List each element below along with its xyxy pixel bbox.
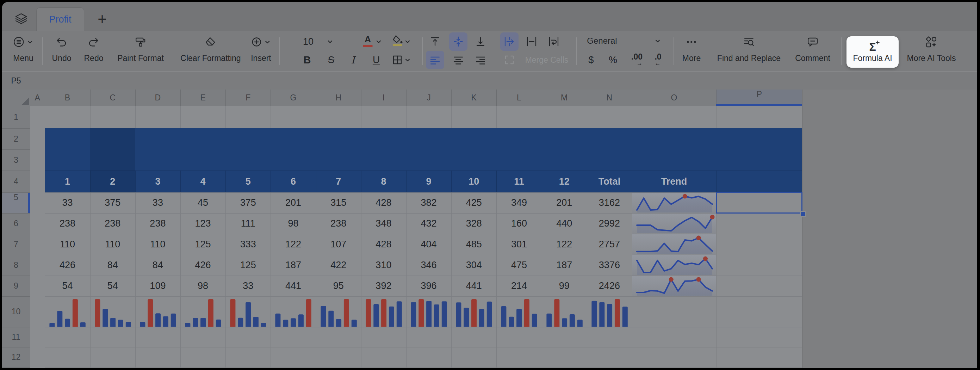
fill-handle[interactable] (800, 211, 806, 217)
row-header-2[interactable]: 2 (2, 128, 30, 150)
comment-button[interactable]: Comment (795, 31, 830, 72)
minichart-cell-L10[interactable] (497, 297, 541, 327)
column-header-I[interactable]: I (361, 89, 406, 106)
cell-I6[interactable]: 348 (361, 213, 406, 234)
cell-B6[interactable]: 238 (45, 213, 90, 234)
font-size-value[interactable]: 10 (303, 36, 313, 47)
text-overflow-button[interactable] (503, 36, 515, 47)
cell-E5[interactable]: 45 (180, 192, 226, 213)
cell-N8[interactable]: 3376 (587, 255, 632, 276)
cell-N5[interactable]: 3162 (587, 192, 632, 213)
column-header-M[interactable]: M (542, 89, 587, 106)
column-header-C[interactable]: C (90, 89, 135, 106)
row-header-9[interactable]: 9 (2, 276, 30, 297)
cell-D6[interactable]: 238 (135, 213, 180, 234)
column-header-G[interactable]: G (270, 89, 316, 106)
cell-N9[interactable]: 2426 (587, 276, 632, 297)
cell-B8[interactable]: 426 (45, 255, 90, 276)
cell-C7[interactable]: 110 (90, 234, 135, 255)
cell-K7[interactable]: 485 (451, 234, 496, 255)
cell-J5[interactable]: 382 (406, 192, 451, 213)
undo-button[interactable]: Undo (52, 31, 72, 72)
minichart-cell-N10[interactable] (587, 297, 632, 327)
italic-button[interactable]: I (351, 54, 355, 66)
row-header-8[interactable]: 8 (2, 255, 30, 276)
column-header-H[interactable]: H (316, 89, 361, 106)
cell-F8[interactable]: 125 (226, 255, 270, 276)
cell-L9[interactable]: 214 (496, 276, 541, 297)
row-header-11[interactable]: 11 (2, 327, 30, 347)
column-header-P-selected[interactable]: P (716, 89, 802, 106)
minichart-cell-D10[interactable] (135, 297, 180, 327)
row-header-7[interactable]: 7 (2, 234, 30, 255)
cell-J8[interactable]: 346 (406, 255, 451, 276)
text-truncate-button[interactable] (526, 36, 538, 47)
valign-top-button[interactable] (430, 36, 441, 47)
selected-cell-P5[interactable] (716, 192, 802, 214)
select-all-triangle[interactable] (21, 97, 29, 105)
cell-L6[interactable]: 160 (496, 213, 541, 234)
cell-K8[interactable]: 304 (451, 255, 496, 276)
strikethrough-button[interactable]: S (328, 54, 335, 65)
sheet-list-button[interactable] (15, 13, 27, 27)
cell-M5[interactable]: 201 (542, 192, 587, 213)
cell-K9[interactable]: 441 (451, 276, 496, 297)
row-header-3[interactable]: 3 (2, 150, 30, 171)
cell-C9[interactable]: 54 (90, 276, 135, 297)
valign-middle-button[interactable] (453, 36, 464, 47)
halign-center-button[interactable] (453, 54, 464, 65)
cell-H5[interactable]: 315 (316, 192, 361, 213)
minichart-cell-H10[interactable] (317, 297, 361, 327)
cell-H9[interactable]: 95 (316, 276, 361, 297)
row-header-1[interactable]: 1 (2, 106, 30, 128)
cell-I5[interactable]: 428 (361, 192, 406, 213)
cell-G6[interactable]: 98 (270, 213, 316, 234)
number-format-dropdown[interactable] (655, 38, 660, 43)
cell-I8[interactable]: 310 (361, 255, 406, 276)
valign-bottom-button[interactable] (475, 36, 486, 47)
minichart-cell-J10[interactable] (407, 297, 451, 327)
cell-C6[interactable]: 238 (90, 213, 135, 234)
clear-formatting-button[interactable]: Clear Formatting (180, 31, 240, 72)
column-header-K[interactable]: K (451, 89, 496, 106)
more-button[interactable]: More (682, 31, 701, 72)
cell-G8[interactable]: 187 (270, 255, 316, 276)
cell-C5[interactable]: 375 (90, 192, 135, 213)
borders-button[interactable] (392, 54, 403, 65)
cell-M8[interactable]: 187 (542, 255, 587, 276)
column-header-A[interactable]: A (30, 89, 45, 106)
merge-cells-button[interactable] (503, 54, 515, 65)
cell-E8[interactable]: 426 (180, 255, 226, 276)
minichart-cell-E10[interactable] (181, 297, 226, 327)
row-header-12[interactable]: 12 (2, 347, 30, 367)
paint-format-button[interactable]: Paint Format (117, 31, 164, 72)
cell-E6[interactable]: 123 (180, 213, 226, 234)
more-ai-tools-button[interactable]: More AI Tools (907, 31, 956, 72)
cell-G9[interactable]: 441 (270, 276, 316, 297)
cell-J7[interactable]: 404 (406, 234, 451, 255)
cell-M9[interactable]: 99 (542, 276, 587, 297)
cell-G5[interactable]: 201 (270, 192, 316, 213)
cell-J6[interactable]: 432 (406, 213, 451, 234)
row-header-4[interactable]: 4 (2, 171, 30, 192)
cell-D8[interactable]: 84 (135, 255, 180, 276)
cell-C8[interactable]: 84 (90, 255, 135, 276)
halign-right-button[interactable] (475, 54, 486, 65)
currency-format-button[interactable]: $ (588, 54, 593, 65)
sparkline-cell-O5[interactable] (632, 193, 716, 213)
cell-D5[interactable]: 33 (135, 192, 180, 213)
minichart-cell-C10[interactable] (91, 297, 135, 327)
minichart-cell-G10[interactable] (271, 297, 316, 327)
decrease-decimal-button[interactable]: .0 ← (654, 52, 661, 65)
column-header-L[interactable]: L (496, 89, 541, 106)
find-and-replace-button[interactable]: Find and Replace (717, 31, 781, 72)
cell-H7[interactable]: 107 (316, 234, 361, 255)
column-header-J[interactable]: J (406, 89, 451, 106)
cell-M7[interactable]: 122 (542, 234, 587, 255)
cell-H6[interactable]: 238 (316, 213, 361, 234)
cell-E7[interactable]: 125 (180, 234, 226, 255)
formula-ai-button[interactable]: Σ Formula AI (846, 36, 899, 68)
halign-left-button[interactable] (430, 54, 441, 65)
add-sheet-button[interactable]: + (96, 10, 108, 28)
cell-G7[interactable]: 122 (270, 234, 316, 255)
